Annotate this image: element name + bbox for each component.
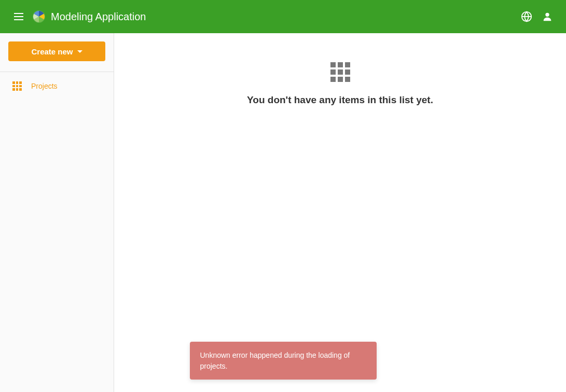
apps-icon <box>12 81 22 91</box>
error-toast-message: Unknown error happened during the loadin… <box>200 351 350 370</box>
empty-grid-icon <box>330 62 350 82</box>
error-toast: Unknown error happened during the loadin… <box>190 342 377 380</box>
user-menu-button[interactable] <box>537 6 558 27</box>
sidebar-item-label: Projects <box>31 82 58 90</box>
app-logo-title[interactable]: Modeling Application <box>32 10 146 23</box>
create-new-label: Create new <box>31 47 73 56</box>
app-header: Modeling Application <box>0 0 566 33</box>
menu-button[interactable] <box>8 6 29 27</box>
empty-state-message: You don't have any items in this list ye… <box>247 94 433 106</box>
main-content: You don't have any items in this list ye… <box>114 33 566 392</box>
create-new-button[interactable]: Create new <box>8 41 105 61</box>
sidebar-item-projects[interactable]: Projects <box>8 72 105 97</box>
globe-icon <box>521 11 532 22</box>
language-button[interactable] <box>516 6 537 27</box>
svg-point-3 <box>545 13 549 17</box>
hamburger-icon <box>14 13 23 20</box>
person-icon <box>542 11 553 22</box>
chevron-down-icon <box>77 50 82 53</box>
app-logo-icon <box>32 10 46 23</box>
sidebar: Create new Projects <box>0 33 114 392</box>
app-title: Modeling Application <box>51 11 146 23</box>
